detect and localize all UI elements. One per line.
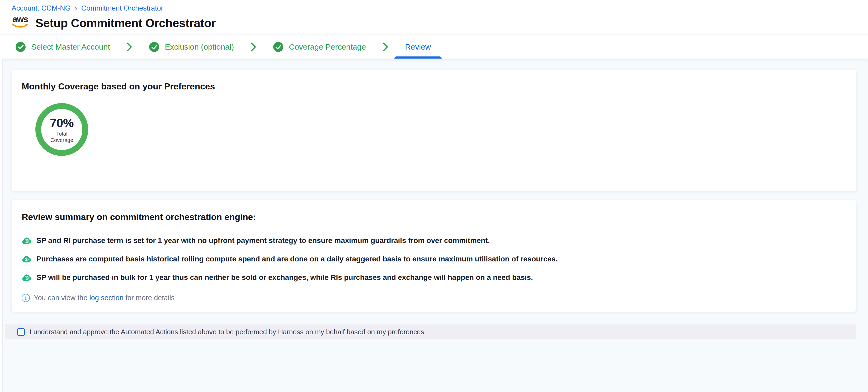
tab-exclusion-optional[interactable]: Exclusion (optional) — [149, 42, 234, 52]
review-summary-card: Review summary on commitment orchestrati… — [11, 200, 857, 312]
check-circle-icon — [15, 42, 26, 52]
step-tabbar: Select Master Account Exclusion (optiona… — [0, 35, 868, 59]
breadcrumb: Account: CCM-NG › Commitment Orchestrato… — [11, 4, 857, 12]
list-item: $ SP will be purchased in bulk for 1 yea… — [22, 273, 846, 282]
aws-logo-icon: aws — [11, 15, 29, 30]
summary-bullet-list: $ SP and RI purchase term is set for 1 y… — [22, 236, 846, 282]
left-edge-strip — [0, 59, 3, 392]
coverage-card: Monthly Coverage based on your Preferenc… — [11, 70, 857, 191]
title-row: aws Setup Commitment Orchestrator — [11, 15, 857, 30]
page-header: Account: CCM-NG › Commitment Orchestrato… — [0, 0, 868, 35]
cloud-dollar-icon: $ — [22, 255, 32, 263]
chevron-right-icon — [250, 42, 257, 52]
approval-label[interactable]: I understand and approve the Automated A… — [30, 328, 424, 336]
tab-review[interactable]: Review — [405, 35, 431, 59]
bullet-text: SP will be purchased in bulk for 1 year … — [36, 273, 533, 282]
approval-checkbox[interactable] — [17, 328, 25, 336]
aws-smile-swoosh — [11, 23, 29, 29]
check-circle-icon — [273, 42, 283, 52]
log-section-link[interactable]: log section — [90, 294, 124, 302]
svg-text:$: $ — [26, 276, 27, 280]
svg-text:$: $ — [26, 258, 27, 261]
page: Account: CCM-NG › Commitment Orchestrato… — [0, 0, 868, 392]
coverage-donut-chart: 70% Total Coverage — [35, 103, 88, 156]
donut-center-labels: 70% Total Coverage — [35, 103, 88, 156]
approval-bar: I understand and approve the Automated A… — [5, 324, 857, 339]
tab-label: Exclusion (optional) — [165, 42, 234, 52]
summary-card-title: Review summary on commitment orchestrati… — [22, 212, 846, 222]
coverage-card-title: Monthly Coverage based on your Preferenc… — [22, 81, 846, 92]
breadcrumb-page-link[interactable]: Commitment Orchestrator — [81, 4, 163, 12]
chevron-right-icon — [382, 42, 389, 52]
tab-label: Review — [405, 42, 431, 52]
donut-value: 70% — [50, 116, 74, 130]
cloud-dollar-icon: $ — [22, 273, 32, 282]
check-circle-icon — [149, 42, 159, 52]
donut-caption: Total Coverage — [51, 131, 73, 143]
tab-coverage-percentage[interactable]: Coverage Percentage — [273, 42, 366, 52]
main-content: Monthly Coverage based on your Preferenc… — [0, 59, 868, 339]
info-suffix: for more details — [124, 294, 175, 302]
aws-logo-text: aws — [12, 15, 28, 23]
cloud-dollar-icon: $ — [22, 237, 32, 245]
info-prefix: You can view the — [34, 294, 90, 302]
tab-select-master-account[interactable]: Select Master Account — [15, 42, 110, 52]
bullet-text: SP and RI purchase term is set for 1 yea… — [36, 236, 490, 245]
tab-label: Select Master Account — [31, 42, 110, 52]
list-item: $ SP and RI purchase term is set for 1 y… — [22, 236, 846, 245]
info-icon: i — [22, 294, 30, 302]
tab-label: Coverage Percentage — [289, 42, 366, 52]
log-info-row: i You can view the log section for more … — [22, 294, 846, 302]
chevron-right-icon — [126, 42, 132, 52]
breadcrumb-separator-icon: › — [75, 4, 77, 13]
svg-text:$: $ — [26, 239, 27, 242]
info-text: You can view the log section for more de… — [34, 294, 175, 302]
page-title: Setup Commitment Orchestrator — [35, 17, 216, 30]
list-item: $ Purchases are computed basis historica… — [22, 255, 846, 263]
bullet-text: Purchases are computed basis historical … — [36, 255, 558, 263]
breadcrumb-account-link[interactable]: Account: CCM-NG — [11, 4, 71, 12]
